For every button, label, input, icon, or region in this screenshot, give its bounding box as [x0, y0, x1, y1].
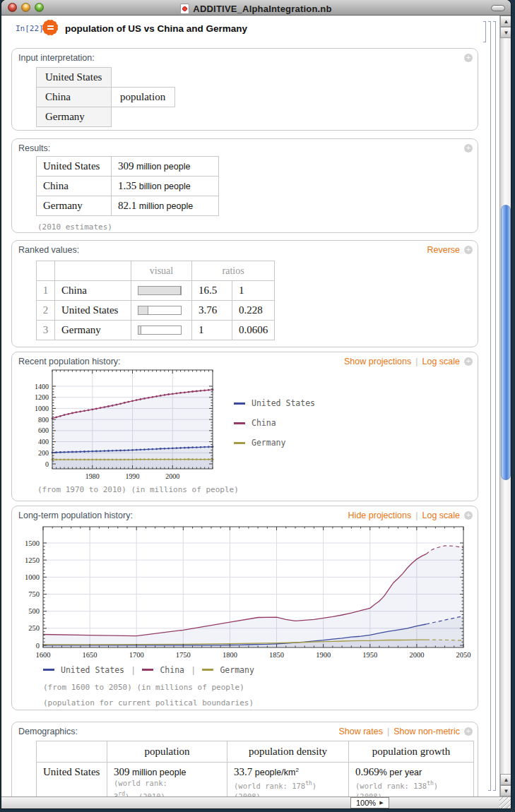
- table-header-row: visual ratios: [37, 261, 275, 281]
- result-value: 1.35 billion people: [112, 177, 219, 196]
- svg-text:1200: 1200: [35, 393, 49, 401]
- cell-group-bracket[interactable]: [493, 21, 496, 791]
- ratio-value: 0.0606: [232, 321, 275, 340]
- hide-projections-link[interactable]: Hide projections: [348, 511, 412, 520]
- zoom-control[interactable]: 100% ▶: [350, 797, 389, 808]
- rank: 1: [37, 281, 55, 301]
- col-ratios: ratios: [192, 261, 275, 281]
- toolbar-toggle-button[interactable]: [491, 5, 505, 11]
- log-scale-link[interactable]: Log scale: [422, 357, 460, 366]
- plus-icon[interactable]: +: [464, 511, 473, 520]
- result-value: 309 million people: [112, 157, 219, 177]
- demo-population: 309 million people (world rank: 3rd) (20…: [107, 763, 227, 797]
- svg-text:200: 200: [38, 449, 49, 457]
- pod-title: Long-term population history:: [18, 511, 133, 520]
- legend-separator: |: [132, 664, 134, 675]
- svg-text:1850: 1850: [269, 651, 284, 659]
- resize-grip[interactable]: [499, 797, 511, 808]
- chart-footnote: (population for current political bounda…: [43, 698, 254, 707]
- recent-history-chart: 1980199020000200400600800100012001400: [22, 366, 227, 484]
- svg-text:0: 0: [45, 460, 49, 468]
- table-row: China 1.35 billion people: [37, 177, 219, 196]
- ratio-value: 1: [192, 321, 232, 340]
- pod-recent-history: Recent population history: Show projecti…: [11, 352, 478, 501]
- input-cell-bracket[interactable]: [483, 21, 486, 42]
- pod-title: Input interpretation:: [18, 53, 95, 63]
- svg-text:1700: 1700: [129, 651, 144, 659]
- interpretation-country: China: [36, 87, 112, 107]
- show-projections-link[interactable]: Show projections: [344, 357, 411, 366]
- plus-icon[interactable]: +: [464, 54, 473, 62]
- title-bar[interactable]: ADDITIVE_AlphaIntegration.nb: [1, 0, 511, 16]
- plus-icon[interactable]: +: [464, 727, 473, 736]
- visual-bar-cell: [131, 301, 192, 321]
- col-visual: visual: [131, 261, 192, 281]
- ranked-country: United States: [55, 301, 131, 321]
- scroll-up-button[interactable]: ▲: [500, 774, 511, 785]
- link-separator: |: [383, 727, 393, 736]
- svg-text:1900: 1900: [316, 651, 331, 659]
- pod-longterm-history: Long-term population history: Hide proje…: [11, 506, 478, 710]
- interpretation-country: United States: [36, 67, 112, 88]
- longterm-history-chart: 1600165017001750180018501900195020002050…: [16, 525, 477, 664]
- legend-swatch-us: [234, 402, 245, 405]
- reverse-link[interactable]: Reverse: [427, 245, 460, 255]
- legend-item: China: [234, 413, 315, 433]
- ratio-value: 1: [232, 281, 275, 301]
- svg-text:250: 250: [28, 624, 40, 632]
- table-row: 1 China 16.5 1: [37, 281, 275, 301]
- svg-text:1980: 1980: [85, 472, 100, 480]
- plus-icon[interactable]: +: [464, 246, 473, 254]
- legend-separator: |: [192, 664, 194, 675]
- ranked-country: China: [55, 281, 131, 301]
- scroll-down-button[interactable]: ▼: [500, 785, 511, 796]
- result-value: 82.1 million people: [112, 196, 219, 216]
- scroll-up-button[interactable]: ▲: [500, 16, 511, 27]
- zoom-menu-arrow-icon: ▶: [379, 800, 383, 806]
- wolfram-alpha-logo-icon: [42, 19, 59, 36]
- table-row: 2 United States 3.76 0.228: [37, 301, 275, 321]
- log-scale-link[interactable]: Log scale: [422, 511, 460, 520]
- output-cell-bracket[interactable]: [488, 21, 491, 791]
- svg-text:2000: 2000: [409, 651, 424, 659]
- window-title: ADDITIVE_AlphaIntegration.nb: [193, 4, 331, 14]
- legend-item: Germany: [234, 433, 315, 453]
- demo-growth: 0.969% per year (world rank: 138th)(2008…: [349, 763, 474, 797]
- visual-bar-cell: [131, 281, 192, 301]
- table-row: United States 309 million people (world …: [37, 763, 474, 797]
- svg-text:1400: 1400: [35, 383, 49, 390]
- results-footnote: (2010 estimates): [37, 222, 112, 232]
- legend-swatch-us: [43, 669, 54, 671]
- bar-outline: [138, 326, 182, 335]
- ratio-value: 0.228: [232, 301, 275, 321]
- plus-icon[interactable]: +: [464, 357, 473, 366]
- link-separator: |: [411, 357, 422, 366]
- vertical-scrollbar[interactable]: ▲ ▼ ▲ ▼: [499, 16, 511, 796]
- interpretation-country: Germany: [36, 107, 112, 127]
- svg-text:0: 0: [36, 642, 40, 650]
- legend-swatch-germany: [234, 442, 245, 444]
- bar-outline: [138, 306, 182, 315]
- svg-text:1800: 1800: [223, 651, 237, 659]
- svg-text:2000: 2000: [165, 472, 179, 480]
- pod-results: Results: + United States 309 million peo…: [11, 138, 478, 233]
- svg-text:600: 600: [38, 426, 49, 434]
- query-text: population of US vs China and Germany: [65, 23, 247, 34]
- scroll-down-button[interactable]: ▼: [500, 27, 511, 38]
- svg-text:1600: 1600: [36, 651, 51, 659]
- svg-text:1990: 1990: [126, 472, 140, 480]
- plus-icon[interactable]: +: [464, 144, 473, 153]
- svg-text:800: 800: [38, 416, 49, 424]
- scrollbar-thumb[interactable]: [501, 205, 511, 480]
- link-separator: |: [411, 511, 422, 520]
- legend-item: United States: [234, 393, 315, 413]
- show-non-metric-link[interactable]: Show non-metric: [393, 727, 460, 736]
- pod-input-interpretation: Input interpretation: + United States Ch…: [11, 48, 478, 131]
- svg-text:1000: 1000: [35, 405, 49, 412]
- chart-legend: United States China Germany: [234, 393, 315, 453]
- show-rates-link[interactable]: Show rates: [338, 727, 383, 736]
- svg-text:1950: 1950: [362, 651, 377, 659]
- notebook-content: In[22]:= population of US vs China and G…: [1, 16, 499, 796]
- svg-text:500: 500: [28, 607, 40, 615]
- document-icon: [180, 4, 189, 14]
